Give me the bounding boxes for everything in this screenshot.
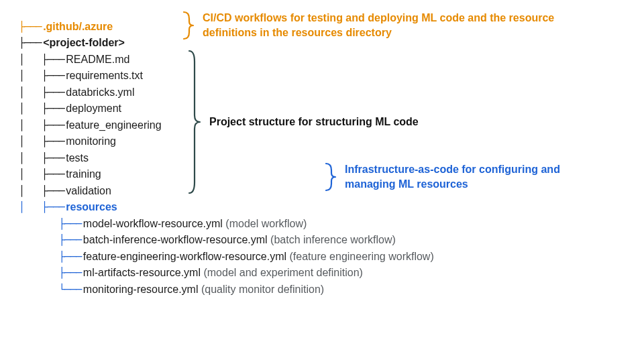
tree-row: ├─── feature-engineering-workflow-resour… xyxy=(19,249,434,265)
tree-connector-icon: │ ├─── xyxy=(19,118,64,133)
annotation-text: Infrastructure-as-code for configuring a… xyxy=(337,162,578,191)
tree-label: databricks.yml xyxy=(64,84,134,101)
tree-connector-icon: │ ├─── xyxy=(19,167,64,182)
tree-desc: (model and experiment definition) xyxy=(201,265,363,282)
brace-icon xyxy=(181,11,195,40)
tree-connector-icon: │ ├─── xyxy=(19,151,64,166)
tree-label: resources xyxy=(64,199,117,216)
tree-connector-icon: ├─── xyxy=(19,19,42,35)
brace-icon xyxy=(323,162,337,192)
tree-label: .github/.azure xyxy=(42,19,113,36)
tree-label: ml-artifacts-resource.yml xyxy=(82,265,201,282)
tree-label: batch-inference-workflow-resource.yml xyxy=(82,232,268,249)
tree-row: ├─── batch-inference-workflow-resource.y… xyxy=(19,233,434,249)
tree-label: README.md xyxy=(64,52,129,68)
tree-connector-icon: ├─── xyxy=(19,249,82,265)
tree-connector-icon: │ ├─── xyxy=(19,184,64,199)
tree-label: validation xyxy=(64,183,111,200)
tree-row: └─── monitoring-resource.yml (quality mo… xyxy=(19,282,434,298)
tree-label: monitoring xyxy=(64,133,116,150)
tree-desc: (model workflow) xyxy=(223,216,307,233)
tree-label: feature-engineering-workflow-resource.ym… xyxy=(82,249,286,265)
tree-row: ├─── ml-artifacts-resource.yml (model an… xyxy=(19,265,434,282)
tree-label: requirements.txt xyxy=(64,68,143,84)
tree-desc: (batch inference workflow) xyxy=(268,232,396,249)
tree-desc: (quality monitor definition) xyxy=(198,282,324,298)
tree-connector-icon: ├─── xyxy=(19,265,82,281)
tree-label: training xyxy=(64,166,101,183)
annotation-cicd: CI/CD workflows for testing and deployin… xyxy=(181,11,557,40)
brace-icon xyxy=(186,48,201,196)
tree-label: model-workflow-resource.yml xyxy=(82,216,223,233)
tree-connector-icon: │ ├─── xyxy=(19,68,64,84)
tree-connector-icon: ├─── xyxy=(19,36,42,51)
tree-label: deployment xyxy=(64,101,121,117)
annotation-text: CI/CD workflows for testing and deployin… xyxy=(195,11,557,40)
tree-desc: (feature engineering workflow) xyxy=(286,249,434,265)
tree-connector-icon: │ ├─── xyxy=(19,85,64,101)
tree-label: tests xyxy=(64,150,89,167)
tree-row: ├─── model-workflow-resource.yml (model … xyxy=(19,216,434,233)
tree-connector-icon: │ ├─── xyxy=(19,200,64,215)
tree-label: feature_engineering xyxy=(64,117,161,134)
tree-connector-icon: │ ├─── xyxy=(19,52,64,68)
tree-connector-icon: └─── xyxy=(19,282,82,298)
tree-row-resources: │ ├─── resources xyxy=(19,200,434,217)
tree-label: <project-folder> xyxy=(42,35,125,52)
tree-connector-icon: │ ├─── xyxy=(19,134,64,149)
tree-label: monitoring-resource.yml xyxy=(82,282,199,298)
tree-connector-icon: │ ├─── xyxy=(19,101,64,117)
tree-connector-icon: ├─── xyxy=(19,233,82,248)
annotation-text: Project structure for structuring ML cod… xyxy=(201,115,419,129)
annotation-iac: Infrastructure-as-code for configuring a… xyxy=(323,162,578,192)
tree-connector-icon: ├─── xyxy=(19,217,82,232)
